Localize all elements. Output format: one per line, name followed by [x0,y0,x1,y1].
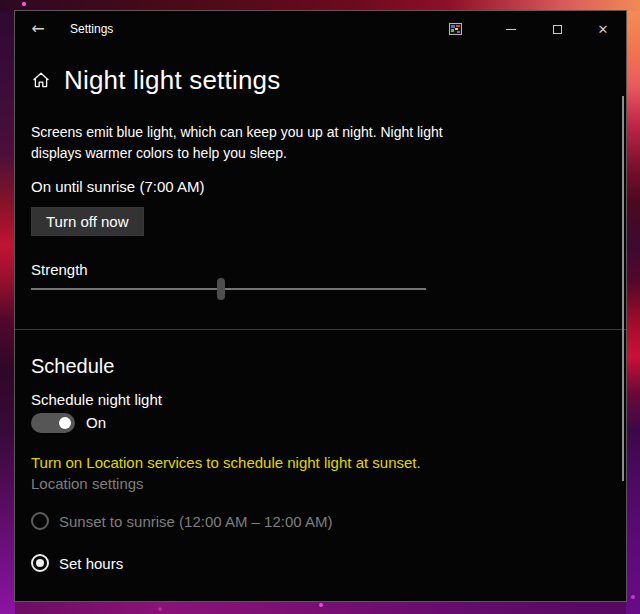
settings-window: ← Settings ✕ N [14,10,627,602]
page-content: Night light settings Screens emit blue l… [15,63,626,572]
radio-checked-icon [31,554,49,572]
window-title: Settings [70,22,113,36]
schedule-toggle[interactable] [31,413,75,433]
strength-label: Strength [31,261,608,278]
toggle-state-label: On [86,414,106,431]
desktop-wallpaper: ← Settings ✕ N [0,0,640,614]
strength-slider-thumb[interactable] [217,278,225,300]
toggle-knob-icon [59,417,71,429]
radio-sunset-to-sunrise[interactable]: Sunset to sunrise (12:00 AM – 12:00 AM) [31,512,608,530]
close-icon: ✕ [598,22,609,37]
radio-set-hours[interactable]: Set hours [31,554,608,572]
minimize-icon [506,29,516,30]
back-button[interactable]: ← [15,11,61,47]
strength-slider[interactable] [31,278,426,300]
close-button[interactable]: ✕ [580,11,626,47]
minimize-button[interactable] [488,11,534,47]
maximize-button[interactable] [534,11,580,47]
description: Screens emit blue light, which can keep … [31,122,483,164]
schedule-heading: Schedule [31,355,608,378]
page-title: Night light settings [64,65,280,96]
strength-slider-track [31,288,426,290]
caption-controls: ✕ [449,11,626,47]
location-warning: Turn on Location services to schedule ni… [31,452,608,473]
schedule-night-light-label: Schedule night light [31,391,608,408]
maximize-icon [553,25,562,34]
turn-off-now-button[interactable]: Turn off now [31,207,144,236]
section-divider [15,329,626,330]
back-icon: ← [31,19,44,38]
titlebar: ← Settings ✕ [15,11,626,47]
app-icon [449,23,462,35]
page-header: Night light settings [31,63,608,97]
radio-unchecked-icon [31,512,49,530]
schedule-toggle-row: On [31,412,608,433]
home-icon [31,70,51,90]
scrollbar[interactable] [622,96,624,481]
radio-label-set-hours: Set hours [59,555,123,572]
location-settings-link[interactable]: Location settings [31,474,608,494]
night-light-status: On until sunrise (7:00 AM) [31,178,608,195]
radio-label-sunset-to-sunrise: Sunset to sunrise (12:00 AM – 12:00 AM) [59,513,333,530]
